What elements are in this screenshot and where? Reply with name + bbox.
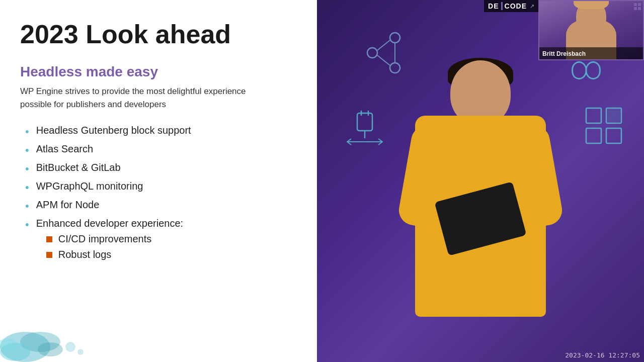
sub-bullet-list: CI/CD improvements Robust logs <box>46 233 183 260</box>
bullet-list: • Headless Gutenberg block support • Atl… <box>25 125 297 269</box>
svg-rect-25 <box>634 7 637 10</box>
bullet-dot: • <box>25 218 29 231</box>
conference-logo: DE CODE ↗ <box>484 0 538 12</box>
timestamp: 2023-02-16 12:27:05 <box>565 351 640 359</box>
ink-splash-decoration <box>0 302 91 362</box>
list-item: • BitBucket & GitLab <box>25 162 297 175</box>
person-body-container <box>395 60 566 362</box>
svg-rect-23 <box>634 3 637 6</box>
bullet-dot: • <box>25 181 29 194</box>
conference-name-part2: CODE <box>505 2 527 10</box>
svg-rect-26 <box>638 7 641 10</box>
svg-rect-21 <box>606 128 621 143</box>
slide-panel: 2023 Look ahead Headless made easy WP En… <box>0 0 317 362</box>
sub-bullet-square <box>46 252 52 258</box>
svg-rect-24 <box>638 3 641 6</box>
svg-rect-20 <box>586 128 601 143</box>
list-item: • Headless Gutenberg block support <box>25 125 297 138</box>
presenter-overlay: Britt Dreisbach <box>538 0 644 60</box>
svg-rect-13 <box>357 113 372 131</box>
list-item: • Enhanced developer experience: CI/CD i… <box>25 218 297 264</box>
svg-rect-22 <box>607 109 620 122</box>
svg-point-3 <box>38 342 63 356</box>
video-panel: DE CODE ↗ Britt Dreisbach 20 <box>317 0 644 362</box>
svg-point-6 <box>77 349 84 355</box>
list-item: • Atlas Search <box>25 143 297 157</box>
list-item: • APM for Node <box>25 199 297 213</box>
conference-name: DE <box>488 2 499 10</box>
presenter-name-label: Britt Dreisbach <box>542 50 586 57</box>
svg-point-5 <box>65 342 75 352</box>
sub-list-item: CI/CD improvements <box>46 233 183 245</box>
dashboard-icon <box>584 106 624 148</box>
presenter-figure <box>375 40 586 362</box>
bullet-dot: • <box>25 200 29 213</box>
slide-title: 2023 Look ahead <box>20 20 297 49</box>
slide-subtitle: Headless made easy <box>20 64 297 80</box>
sub-list-item: Robust logs <box>46 249 183 260</box>
logo-divider <box>501 2 503 10</box>
bullet-dot: • <box>25 162 29 175</box>
list-item: • WPGraphQL monitoring <box>25 180 297 194</box>
sub-bullet-square <box>46 236 52 242</box>
conference-subtitle: ↗ <box>530 3 534 10</box>
slide-description: WP Engine strives to provide the most de… <box>20 85 272 111</box>
bullet-dot: • <box>25 125 29 138</box>
bullet-dot: • <box>25 144 29 157</box>
speaker-grid-icon <box>633 3 641 13</box>
svg-rect-18 <box>586 108 601 123</box>
presenter-name-bar: Britt Dreisbach <box>539 47 643 59</box>
